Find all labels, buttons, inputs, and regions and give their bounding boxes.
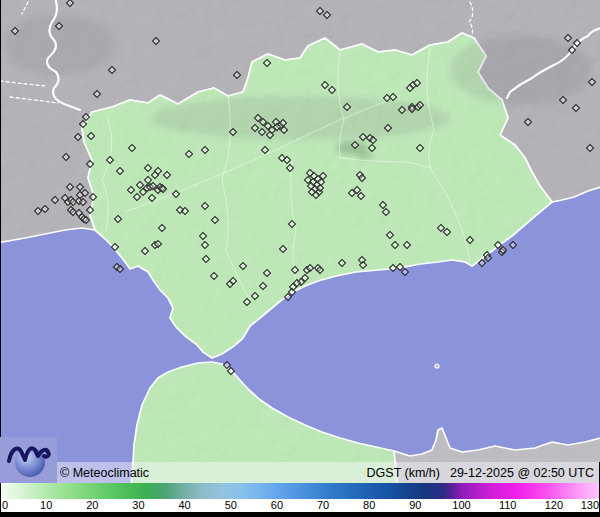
- station-marker: [11, 27, 19, 35]
- station-marker: [398, 106, 406, 114]
- scale-tick-label: 90: [409, 499, 421, 512]
- station-marker: [382, 208, 390, 216]
- station-marker: [141, 247, 149, 255]
- station-marker: [114, 215, 122, 223]
- product-label: DGST (km/h): [367, 466, 440, 480]
- meteoclimatic-logo: [0, 437, 57, 483]
- station-marker: [210, 272, 218, 280]
- station-marker: [338, 259, 346, 267]
- scale-tick-label: 40: [178, 499, 190, 512]
- scale-tick-label: 70: [317, 499, 329, 512]
- station-marker: [116, 167, 124, 175]
- scale-tick-label: 0: [2, 499, 8, 512]
- station-marker: [55, 22, 63, 30]
- color-scale-labels: 0102030405060708090100110120130: [0, 499, 600, 512]
- station-marker: [108, 66, 116, 74]
- station-marker: [233, 71, 241, 79]
- station-marker: [211, 216, 219, 224]
- station-marker: [368, 144, 376, 152]
- station-marker: [158, 224, 166, 232]
- station-marker: [229, 128, 237, 136]
- station-marker: [288, 220, 296, 228]
- scale-tick-label: 10: [40, 499, 52, 512]
- scale-tick-label: 80: [363, 499, 375, 512]
- station-marker: [199, 232, 207, 240]
- bottom-border: [0, 512, 600, 517]
- station-marker: [351, 141, 359, 149]
- weather-map-image: © Meteoclimatic DGST (km/h) 29-12-2025 @…: [0, 0, 600, 517]
- station-marker: [386, 231, 394, 239]
- station-marker: [573, 39, 581, 47]
- station-marker: [89, 193, 97, 201]
- scale-tick-label: 130: [581, 499, 599, 512]
- station-marker: [564, 34, 572, 42]
- credit-text: © Meteoclimatic: [60, 466, 149, 480]
- stations-layer: [0, 0, 600, 483]
- station-marker: [239, 262, 247, 270]
- station-marker: [62, 153, 70, 161]
- station-marker: [227, 367, 235, 375]
- scale-tick-label: 110: [499, 499, 517, 512]
- station-marker: [251, 292, 259, 300]
- station-marker: [389, 93, 397, 101]
- station-marker: [524, 118, 532, 126]
- station-marker: [243, 298, 251, 306]
- color-scale-gradient: [0, 483, 600, 499]
- station-marker: [328, 86, 336, 94]
- station-marker: [263, 59, 271, 67]
- station-marker: [588, 78, 596, 86]
- station-marker: [261, 146, 269, 154]
- station-marker: [401, 268, 409, 276]
- station-marker: [259, 282, 267, 290]
- product-info: DGST (km/h) 29-12-2025 @ 02:50 UTC: [367, 466, 594, 480]
- station-marker: [87, 132, 95, 140]
- station-marker: [93, 90, 101, 98]
- station-marker: [403, 241, 411, 249]
- station-marker: [172, 190, 180, 198]
- station-marker: [185, 150, 193, 158]
- station-marker: [384, 124, 392, 132]
- footer-bar: © Meteoclimatic DGST (km/h) 29-12-2025 @…: [0, 462, 600, 483]
- station-marker: [148, 194, 156, 202]
- station-marker: [358, 174, 366, 182]
- station-marker: [466, 236, 474, 244]
- station-marker: [357, 192, 365, 200]
- station-marker: [343, 103, 351, 111]
- station-marker: [323, 11, 331, 19]
- station-marker: [263, 269, 271, 277]
- station-marker: [74, 133, 82, 141]
- station-marker: [51, 196, 59, 204]
- station-marker: [66, 0, 74, 7]
- station-marker: [559, 96, 567, 104]
- scale-tick-label: 60: [271, 499, 283, 512]
- station-marker: [201, 202, 209, 210]
- station-marker: [416, 144, 424, 152]
- scale-tick-label: 120: [545, 499, 563, 512]
- station-marker: [201, 241, 209, 249]
- station-marker: [443, 228, 451, 236]
- station-marker: [111, 243, 119, 251]
- station-marker: [41, 205, 49, 213]
- station-marker: [359, 261, 367, 269]
- timestamp: 29-12-2025 @ 02:50 UTC: [450, 466, 594, 480]
- station-marker: [369, 136, 377, 144]
- station-marker: [86, 160, 94, 168]
- scale-tick-label: 50: [225, 499, 237, 512]
- station-marker: [127, 186, 135, 194]
- wave-icon: [0, 437, 57, 483]
- station-marker: [66, 183, 74, 191]
- station-marker: [291, 266, 299, 274]
- scale-tick-label: 100: [452, 499, 470, 512]
- station-marker: [202, 255, 210, 263]
- station-marker: [116, 265, 124, 273]
- station-marker: [144, 164, 152, 172]
- station-marker: [106, 156, 114, 164]
- station-marker: [572, 104, 580, 112]
- station-marker: [79, 198, 87, 206]
- station-marker: [391, 241, 399, 249]
- station-marker: [163, 171, 171, 179]
- station-marker: [86, 206, 94, 214]
- station-marker: [509, 241, 517, 249]
- station-marker: [152, 37, 160, 45]
- scale-tick-label: 30: [132, 499, 144, 512]
